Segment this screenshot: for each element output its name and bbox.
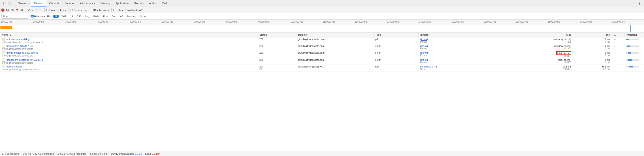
col-header-waterfall[interactable]: Waterfall [624,33,644,37]
tick-1: 200000 ms [33,21,65,23]
row-menu-btn[interactable]: ··· [614,65,616,68]
group-by-frame-label[interactable]: Group by frame [46,9,66,12]
filter-font-btn[interactable]: Font [102,15,109,18]
filter-js-btn[interactable]: JS [69,15,74,18]
initiator-sub: Parser [420,41,507,43]
row-menu-btn[interactable]: ··· [614,45,616,48]
devtools-menu-btn[interactable]: ⋮ [1,2,6,6]
initiator-link[interactable]: (index) [420,59,428,61]
col-header-time[interactable]: Time [573,33,612,37]
tab-redux[interactable]: Redux [159,0,172,7]
col-header-domain[interactable]: Domain [296,33,374,37]
filter-sep-1 [30,15,30,18]
initiator-link[interactable]: (index) [420,45,428,47]
hide-data-urls-label[interactable]: Hide data URLs [31,15,52,18]
initiator-link[interactable]: (index) [420,51,428,54]
initiator-link[interactable]: content.js:1433 [420,65,437,68]
tab-network[interactable]: Network [31,0,46,7]
network-table[interactable]: Name ▲ Status Domain Type Initiator Size… [0,33,644,151]
tab-sources[interactable]: Sources [62,0,77,7]
timeline-chart[interactable] [0,25,644,33]
filter-manifest-btn[interactable]: Manifest [126,15,138,18]
record-button[interactable] [1,9,4,12]
tab-audits[interactable]: Audits [146,0,159,7]
filter-icon [16,9,18,12]
filter-other-btn[interactable]: Other [139,15,148,18]
filter-css-btn[interactable]: CSS [76,15,83,18]
file-name[interactable]: dashboard-bootstrap-8f4622d0.js [6,59,43,61]
cell-name: octicons.woff2 bkhaagjahfmjljalopjnoealn… [0,65,258,72]
offline-checkbox[interactable] [114,9,116,11]
initiator-link[interactable]: (index) [420,38,428,41]
timeline-ticks-container: 100000 ms 200000 ms 300000 ms 400000 ms … [0,21,644,23]
hide-data-urls-checkbox[interactable] [31,15,34,18]
tab-performance[interactable]: Performance [77,0,98,7]
file-name[interactable]: github-bootstrap-98914a0f.js [6,51,38,54]
time-main: 4 ms [575,51,610,54]
view-tree-icon[interactable] [39,8,42,12]
tab-application[interactable]: Application [113,0,131,7]
cell-name: dashboard-bootstrap-8f4622d0.js github.g… [0,58,258,65]
table-row[interactable]: octocat-spinner-64.gif github.githubasse… [0,37,644,44]
col-header-size[interactable]: Size [508,33,573,37]
filter-xhr-btn[interactable]: XHR [60,15,68,18]
tab-memory[interactable]: Memory [98,0,113,7]
filter-button[interactable] [15,8,19,12]
file-name[interactable]: octocat-spinner-64.gif [6,38,30,41]
cell-time: 0 ms 0 ms [573,37,612,44]
col-header-dots[interactable]: ... [612,33,625,37]
tick-19: 2000000 ms [612,21,644,23]
view-list-icon[interactable] [35,8,38,12]
file-name[interactable]: frameworks-f1ce1e70.js [6,45,33,47]
load-link[interactable]: 1.2 min [152,152,160,155]
col-header-name[interactable]: Name ▲ [0,33,258,37]
disable-cache-label[interactable]: Disable cache [91,9,110,12]
row-menu-btn[interactable]: ··· [614,38,616,41]
cell-initiator: (index) Parser [418,37,508,44]
cell-initiator: (index) Parser [418,58,508,65]
table-row[interactable]: octicons.woff2 bkhaagjahfmjljalopjnoealn… [0,65,644,72]
col-header-status[interactable]: Status [258,33,296,37]
filter-img-btn[interactable]: Img [84,15,90,18]
file-name[interactable]: octicons.woff2 [6,65,22,68]
cell-name: frameworks-f1ce1e70.js github.githubasse… [0,44,258,51]
tab-console[interactable]: Console [46,0,62,7]
tick-8: 900000 ms [258,21,290,23]
filter-doc-btn[interactable]: Doc [110,15,117,18]
filter-input[interactable] [1,14,28,19]
disable-cache-checkbox[interactable] [91,9,94,11]
table-row[interactable]: frameworks-f1ce1e70.js github.githubasse… [0,44,644,51]
clear-icon [6,9,9,12]
row-menu-btn[interactable]: ··· [614,51,616,55]
preserve-log-checkbox[interactable] [70,9,73,11]
camera-icon [11,9,14,12]
clear-button[interactable] [5,8,10,12]
tab-overflow-btn[interactable]: ⋮ [636,1,643,7]
filter-media-btn[interactable]: Media [92,15,101,18]
group-by-frame-checkbox[interactable] [46,9,49,11]
offline-label[interactable]: Offline [114,9,124,12]
filter-all-btn[interactable]: All [53,15,59,18]
col-header-initiator[interactable]: Initiator [418,33,508,37]
throttling-select[interactable]: No throttling ▾ [128,9,142,12]
table-row[interactable]: github-bootstrap-98914a0f.js github.gith… [0,51,644,58]
time-sub: 1 ms [575,54,610,57]
tab-elements[interactable]: Elements [15,0,31,7]
camera-button[interactable] [10,8,14,12]
row-menu-btn[interactable]: ··· [614,59,616,62]
cell-size: (disk cache)463 KB [508,51,573,58]
table-row[interactable]: dashboard-bootstrap-8f4622d0.js github.g… [0,58,644,65]
time-main: 0 ms [575,45,610,47]
filter-ws-btn[interactable]: WS [118,15,125,18]
svg-rect-10 [40,10,42,10]
cell-size: (disk cache)4.6 KB [508,58,573,65]
tick-0: 100000 ms [0,21,33,23]
tab-security[interactable]: Security [131,0,146,7]
file-icon [2,38,5,41]
dom-content-link[interactable]: 1.71 s [135,152,142,155]
load-label: Load: [145,152,152,155]
search-button[interactable] [20,8,24,12]
devtools-dock-btn[interactable]: ⬜ [6,2,12,6]
preserve-log-label[interactable]: Preserve log [70,9,87,12]
col-header-type[interactable]: Type [374,33,418,37]
